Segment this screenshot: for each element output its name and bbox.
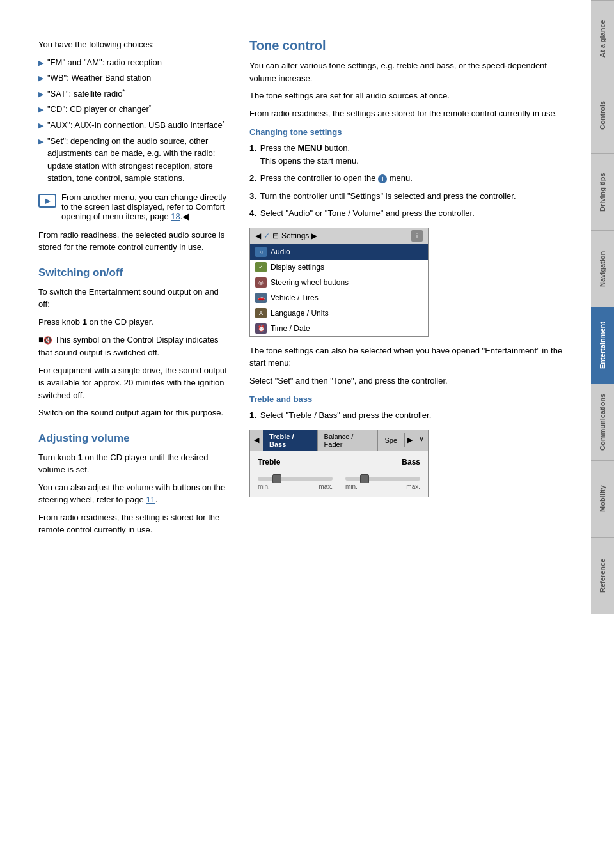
bullet-text: "FM" and "AM": radio reception <box>47 56 162 69</box>
steering-wheel-icon: ◎ <box>255 277 267 288</box>
bullet-text: "WB": Weather Band station <box>47 72 151 84</box>
time-date-row[interactable]: ⏰ Time / Date <box>250 321 428 336</box>
list-item: ▶ "WB": Weather Band station <box>38 72 230 84</box>
sidebar-tab-communications[interactable]: Communications <box>591 384 614 460</box>
switching-para5: Switch on the sound output again for thi… <box>38 407 230 419</box>
menu-header-text: Settings ▶ <box>281 231 317 240</box>
tone-para1: You can alter various tone settings, e.g… <box>249 59 572 84</box>
main-content: You have the following choices: ▶ "FM" a… <box>0 0 591 868</box>
menu-screenshot: ◀ ✓ ⊟ Settings ▶ i ♫ Audio ✓ <box>249 228 429 337</box>
after-menu-text2: Select "Set" and then "Tone", and press … <box>249 375 572 387</box>
tone-control-heading: Tone control <box>249 38 572 53</box>
language-units-row[interactable]: A Language / Units <box>250 306 428 321</box>
sidebar-tab-driving-tips[interactable]: Driving tips <box>591 153 614 230</box>
step-num: 4. <box>249 207 256 220</box>
treble-thumb[interactable] <box>272 474 281 483</box>
list-item: ▶ "SAT": satellite radio* <box>38 88 230 100</box>
vehicle-tires-icon: 🚗 <box>255 293 267 303</box>
arrow-icon: ▶ <box>38 120 43 131</box>
treble-bass-header: ◀ Treble / Bass Balance / Fader Spe ▶ ⊻ <box>250 430 428 451</box>
treble-bass-tab[interactable]: Treble / Bass <box>263 430 318 451</box>
checkmark-icon: ✓ <box>264 231 270 240</box>
language-units-icon: A <box>255 308 267 318</box>
step-text: Select "Audio" or "Tone / Volume" and pr… <box>260 207 475 220</box>
radio-readiness-text: From radio readiness, the selected audio… <box>38 229 230 254</box>
tb-labels: Treble Bass <box>258 458 420 467</box>
nav-right-icon: ▶ <box>404 433 415 447</box>
sidebar-tab-navigation[interactable]: Navigation <box>591 230 614 307</box>
switching-para1: To switch the Entertainment sound output… <box>38 286 230 311</box>
list-item: ▶ "Set": depending on the audio source, … <box>38 135 230 185</box>
list-item: ▶ "AUX": AUX-In connection, USB audio in… <box>38 119 230 132</box>
display-settings-icon: ✓ <box>255 262 267 272</box>
step-num: 1. <box>249 409 256 422</box>
step-text: Press the MENU button.This opens the sta… <box>260 142 359 167</box>
step-text: Turn the controller until "Settings" is … <box>260 190 516 203</box>
tb-sliders: min. max. min. max. <box>258 477 420 490</box>
treble-step-1: 1. Select "Treble / Bass" and press the … <box>249 409 572 422</box>
menu-header-left: ◀ ✓ ⊟ Settings ▶ <box>255 231 317 240</box>
note-icon: ▶ <box>38 194 56 208</box>
tone-para3: From radio readiness, the settings are s… <box>249 107 572 120</box>
treble-bass-steps: 1. Select "Treble / Bass" and press the … <box>249 409 572 422</box>
steering-wheel-row[interactable]: ◎ Steering wheel buttons <box>250 275 428 290</box>
bass-max-label: max. <box>406 483 420 490</box>
left-column: You have the following choices: ▶ "FM" a… <box>38 38 230 842</box>
page-link-11[interactable]: 11 <box>146 495 155 504</box>
step-num: 1. <box>249 142 256 155</box>
display-settings-label: Display settings <box>271 263 324 272</box>
bass-labels: min. max. <box>345 483 420 490</box>
sidebar-tab-mobility[interactable]: Mobility <box>591 460 614 537</box>
scroll-indicator: i <box>411 230 423 242</box>
vehicle-tires-row[interactable]: 🚗 Vehicle / Tires <box>250 290 428 306</box>
arrow-icon: ▶ <box>38 136 43 147</box>
changing-tone-steps: 1. Press the MENU button.This opens the … <box>249 142 572 220</box>
page-container: You have the following choices: ▶ "FM" a… <box>0 0 614 868</box>
step-num: 3. <box>249 190 256 203</box>
speed-tab[interactable]: Spe <box>378 434 404 447</box>
balance-fader-tab[interactable]: Balance / Fader <box>318 430 379 451</box>
audio-menu-row[interactable]: ♫ Audio <box>250 244 428 260</box>
steering-wheel-label: Steering wheel buttons <box>271 278 349 287</box>
treble-slider[interactable]: min. max. <box>258 477 333 490</box>
bass-slider[interactable]: min. max. <box>345 477 420 490</box>
bullet-text: "AUX": AUX-In connection, USB audio inte… <box>47 119 224 132</box>
display-settings-row[interactable]: ✓ Display settings <box>250 260 428 275</box>
treble-track <box>258 477 333 481</box>
settings-icon: ⊟ <box>272 231 279 240</box>
sidebar-tab-at-a-glance[interactable]: At a glance <box>591 0 614 77</box>
sidebar-tab-entertainment[interactable]: Entertainment <box>591 307 614 384</box>
i-icon: i <box>378 174 387 183</box>
changing-tone-heading: Changing tone settings <box>249 127 572 137</box>
note-text: From another menu, you can change direct… <box>61 192 230 221</box>
language-units-label: Language / Units <box>271 309 329 318</box>
list-item: ▶ "CD": CD player or changer* <box>38 103 230 116</box>
sidebar: At a glance Controls Driving tips Naviga… <box>591 0 614 868</box>
sidebar-tab-controls[interactable]: Controls <box>591 77 614 153</box>
step-text: Press the controller to open the i menu. <box>260 172 413 185</box>
page-link-18[interactable]: 18 <box>171 212 180 221</box>
step-4: 4. Select "Audio" or "Tone / Volume" and… <box>249 207 572 220</box>
arrow-icon: ▶ <box>38 89 43 100</box>
time-date-icon: ⏰ <box>255 323 267 334</box>
tone-para2: The tone settings are set for all audio … <box>249 89 572 102</box>
vehicle-tires-label: Vehicle / Tires <box>271 293 319 302</box>
step-3: 3. Turn the controller until "Settings" … <box>249 190 572 203</box>
bass-min-label: min. <box>345 483 358 490</box>
treble-labels: min. max. <box>258 483 333 490</box>
arrow-icon: ▶ <box>38 104 43 115</box>
audio-label: Audio <box>271 247 290 256</box>
bass-label: Bass <box>402 458 420 467</box>
switching-para4: For equipment with a single drive, the s… <box>38 364 230 402</box>
treble-bass-content: Treble Bass min. max. <box>250 451 428 497</box>
bass-thumb[interactable] <box>360 474 369 483</box>
bullet-text: "Set": depending on the audio source, ot… <box>47 135 230 185</box>
nav-back-icon: ◀ <box>250 433 263 447</box>
list-item: ▶ "FM" and "AM": radio reception <box>38 56 230 69</box>
after-menu-text1: The tone settings can also be selected w… <box>249 345 572 369</box>
step-num: 2. <box>249 172 256 185</box>
switching-para2: Press knob 1 on the CD player. <box>38 316 230 329</box>
sidebar-tab-reference[interactable]: Reference <box>591 537 614 614</box>
adjusting-para1: Turn knob 1 on the CD player until the d… <box>38 451 230 476</box>
menu-header: ◀ ✓ ⊟ Settings ▶ i <box>250 228 428 244</box>
